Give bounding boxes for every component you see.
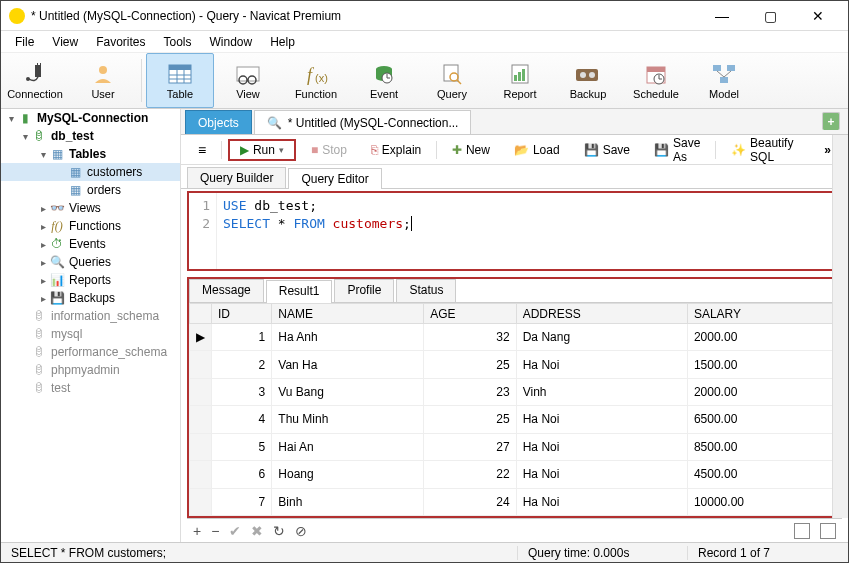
tab-objects[interactable]: Objects: [185, 110, 252, 134]
tree-table-customers[interactable]: ▦customers: [1, 163, 180, 181]
database-icon: 🛢: [31, 309, 47, 323]
function-icon: f(x): [302, 62, 330, 86]
col-salary[interactable]: SALARY: [687, 304, 839, 324]
add-row-button[interactable]: +: [193, 523, 201, 539]
plug-icon: [21, 62, 49, 86]
tool-connection[interactable]: Connection: [1, 53, 69, 108]
tool-event[interactable]: Event: [350, 53, 418, 108]
menu-favorites[interactable]: Favorites: [88, 33, 153, 51]
result-table[interactable]: IDNAMEAGEADDRESSSALARY ▶1Ha Anh32Da Nang…: [189, 303, 840, 516]
tree-tables[interactable]: ▾▦Tables: [1, 145, 180, 163]
tree-functions[interactable]: ▸f()Functions: [1, 217, 180, 235]
tree-connection[interactable]: ▾▮MySQL-Connection: [1, 109, 180, 127]
dropdown-icon: ▾: [279, 145, 284, 155]
table-row[interactable]: ▶1Ha Anh32Da Nang2000.00: [190, 324, 840, 351]
menubar: File View Favorites Tools Window Help: [1, 31, 848, 53]
saveas-button[interactable]: 💾Save As: [645, 133, 709, 167]
col-age[interactable]: AGE: [424, 304, 516, 324]
tool-schedule[interactable]: Schedule: [622, 53, 690, 108]
vertical-scrollbar[interactable]: [832, 135, 848, 518]
col-id[interactable]: ID: [212, 304, 272, 324]
tool-report[interactable]: Report: [486, 53, 554, 108]
sidebar-tree[interactable]: ▾▮MySQL-Connection ▾🛢db_test ▾▦Tables ▦c…: [1, 109, 181, 542]
functions-icon: f(): [49, 219, 65, 234]
table-row[interactable]: 5Hai An27Ha Noi8500.00: [190, 433, 840, 460]
tree-db-phpmyadmin[interactable]: 🛢phpmyadmin: [1, 361, 180, 379]
tree-db[interactable]: ▾🛢db_test: [1, 127, 180, 145]
tab-query[interactable]: 🔍* Untitled (MySQL-Connection...: [254, 110, 472, 134]
grid-view-button[interactable]: [794, 523, 810, 539]
menu-file[interactable]: File: [7, 33, 42, 51]
new-button[interactable]: ✚New: [443, 140, 499, 160]
subtab-builder[interactable]: Query Builder: [187, 167, 286, 188]
tree-reports[interactable]: ▸📊Reports: [1, 271, 180, 289]
tool-function[interactable]: f(x) Function: [282, 53, 350, 108]
tool-view[interactable]: View: [214, 53, 282, 108]
svg-point-3: [26, 77, 30, 81]
tree-db-test[interactable]: 🛢test: [1, 379, 180, 397]
svg-rect-27: [522, 69, 525, 81]
stop-fetch-button[interactable]: ⊘: [295, 523, 307, 539]
explain-button[interactable]: ⎘Explain: [362, 140, 430, 160]
rtab-profile[interactable]: Profile: [334, 279, 394, 302]
add-tab-button[interactable]: +: [822, 112, 840, 130]
tool-table[interactable]: Table: [146, 53, 214, 108]
menu-tools[interactable]: Tools: [156, 33, 200, 51]
rtab-result1[interactable]: Result1: [266, 280, 333, 303]
tool-function-label: Function: [295, 88, 337, 100]
connection-icon: ▮: [17, 111, 33, 125]
run-button[interactable]: ▶Run▾: [228, 139, 296, 161]
tool-model-label: Model: [709, 88, 739, 100]
table-row[interactable]: 6Hoang22Ha Noi4500.00: [190, 461, 840, 488]
stop-icon: ■: [311, 143, 318, 157]
refresh-button[interactable]: ↻: [273, 523, 285, 539]
tool-query[interactable]: Query: [418, 53, 486, 108]
commit-button[interactable]: ✔: [229, 523, 241, 539]
menu-toggle-button[interactable]: ≡: [189, 139, 215, 161]
tree-queries[interactable]: ▸🔍Queries: [1, 253, 180, 271]
load-button[interactable]: 📂Load: [505, 140, 569, 160]
tree-views[interactable]: ▸👓Views: [1, 199, 180, 217]
col-address[interactable]: ADDRESS: [516, 304, 687, 324]
rtab-status[interactable]: Status: [396, 279, 456, 302]
cancel-button[interactable]: ✖: [251, 523, 263, 539]
tree-events[interactable]: ▸⏱Events: [1, 235, 180, 253]
tree-table-orders[interactable]: ▦orders: [1, 181, 180, 199]
save-button[interactable]: 💾Save: [575, 140, 639, 160]
tool-view-label: View: [236, 88, 260, 100]
col-name[interactable]: NAME: [272, 304, 424, 324]
table-row[interactable]: 4Thu Minh25Ha Noi6500.00: [190, 406, 840, 433]
table-row[interactable]: 2Van Ha25Ha Noi1500.00: [190, 351, 840, 378]
tree-db-perf-schema[interactable]: 🛢performance_schema: [1, 343, 180, 361]
stop-button[interactable]: ■Stop: [302, 140, 356, 160]
beautify-button[interactable]: ✨Beautify SQL: [722, 133, 803, 167]
delete-row-button[interactable]: −: [211, 523, 219, 539]
result-footer: + − ✔ ✖ ↻ ⊘: [187, 518, 842, 542]
editor-code[interactable]: USE db_test; SELECT * FROM customers;: [217, 193, 840, 269]
menu-help[interactable]: Help: [262, 33, 303, 51]
tree-db-mysql[interactable]: 🛢mysql: [1, 325, 180, 343]
subtab-editor[interactable]: Query Editor: [288, 168, 381, 189]
menu-window[interactable]: Window: [202, 33, 261, 51]
titlebar: * Untitled (MySQL-Connection) - Query - …: [1, 1, 848, 31]
tree-db-info-schema[interactable]: 🛢information_schema: [1, 307, 180, 325]
svg-text:(x): (x): [315, 72, 328, 84]
database-icon: 🛢: [31, 129, 47, 143]
sql-editor[interactable]: 12 USE db_test; SELECT * FROM customers;: [187, 191, 842, 271]
tree-backups[interactable]: ▸💾Backups: [1, 289, 180, 307]
results-panel: Message Result1 Profile Status IDNAMEAGE…: [187, 277, 842, 518]
navicat-icon: [9, 8, 25, 24]
table-row[interactable]: 7Binh24Ha Noi10000.00: [190, 488, 840, 515]
svg-line-39: [717, 71, 724, 77]
table-row[interactable]: 3Vu Bang23Vinh2000.00: [190, 378, 840, 405]
rtab-message[interactable]: Message: [189, 279, 264, 302]
close-button[interactable]: ✕: [796, 2, 840, 30]
minimize-button[interactable]: —: [700, 2, 744, 30]
form-view-button[interactable]: [820, 523, 836, 539]
tool-user[interactable]: User: [69, 53, 137, 108]
tool-model[interactable]: Model: [690, 53, 758, 108]
tool-backup[interactable]: Backup: [554, 53, 622, 108]
menu-view[interactable]: View: [44, 33, 86, 51]
maximize-button[interactable]: ▢: [748, 2, 792, 30]
main-toolbar: Connection User Table View f(x) Function…: [1, 53, 848, 109]
